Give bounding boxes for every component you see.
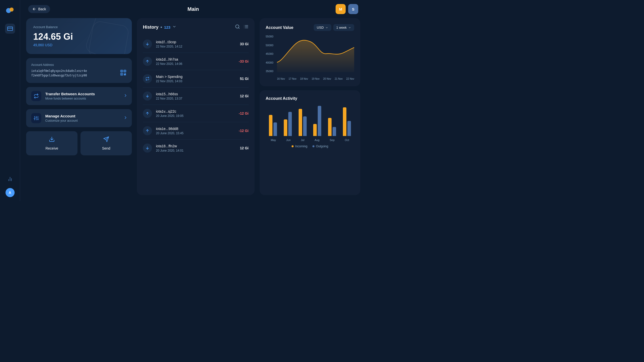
legend-incoming: Incoming bbox=[292, 145, 307, 148]
period-dropdown[interactable]: 1 week bbox=[333, 24, 354, 31]
history-item[interactable]: iota18...ffn2w 20 June 2020, 14:01 12 Gi bbox=[143, 140, 249, 157]
value-chart-area: 55000 50000 45000 40000 35000 bbox=[266, 35, 354, 80]
bar-incoming bbox=[313, 124, 317, 136]
svg-point-1 bbox=[10, 8, 14, 12]
tx-direction-icon bbox=[143, 74, 152, 83]
history-item[interactable]: iota1e...98dd8 20 June 2020, 15:45 -12 G… bbox=[143, 122, 249, 140]
tx-info: iota18...ffn2w 20 June 2020, 14:01 bbox=[156, 144, 240, 152]
y-axis-labels: 55000 50000 45000 40000 35000 bbox=[266, 35, 277, 73]
tx-info: iota1v...sj22c 20 June 2020, 19:05 bbox=[156, 109, 239, 118]
tx-amount: 51 Gi bbox=[240, 77, 249, 81]
bar-group bbox=[343, 107, 351, 136]
balance-label: Account Balance bbox=[33, 25, 125, 29]
chart-title: Account Value bbox=[266, 25, 293, 30]
qr-icon[interactable] bbox=[120, 69, 127, 77]
history-item[interactable]: Main > Spending 22 Nov 2020, 14:03 51 Gi bbox=[143, 70, 249, 87]
manage-account-button[interactable]: Manage Account Customize your account bbox=[26, 109, 132, 127]
topbar: Back Main M S bbox=[20, 0, 366, 18]
svg-rect-16 bbox=[124, 74, 126, 75]
tx-address: iota1e...98dd8 bbox=[156, 127, 239, 131]
tx-direction-icon bbox=[143, 92, 152, 101]
transfer-button[interactable]: Transfer Between Accounts Move funds bet… bbox=[26, 87, 132, 105]
bar-incoming bbox=[328, 118, 332, 136]
tx-date: 22 Nov 2020, 14:12 bbox=[156, 45, 240, 48]
tx-address: iota15...h66ss bbox=[156, 92, 240, 96]
send-button[interactable]: Send bbox=[80, 131, 132, 155]
x-axis-labels: 16 Nov 17 Nov 18 Nov 19 Nov 20 Nov 21 No… bbox=[277, 77, 354, 80]
transfer-icon-circle bbox=[31, 91, 41, 101]
tx-amount: 12 Gi bbox=[240, 94, 249, 98]
line-chart-svg bbox=[277, 35, 354, 72]
sidebar-bottom: A bbox=[5, 174, 15, 197]
legend-dot-outgoing bbox=[312, 145, 314, 147]
tx-date: 20 June 2020, 19:05 bbox=[156, 114, 239, 118]
transfer-icon bbox=[34, 94, 39, 99]
topbar-right: M S bbox=[336, 4, 358, 14]
bar-incoming bbox=[269, 115, 272, 136]
tx-direction-icon bbox=[143, 126, 152, 135]
tx-amount: -33 Gi bbox=[239, 59, 249, 63]
transfer-action-text: Transfer Between Accounts Move funds bet… bbox=[45, 92, 95, 100]
history-item[interactable]: iota1d...hh7sa 22 Nov 2020, 14:06 -33 Gi bbox=[143, 53, 249, 70]
activity-title: Account Activity bbox=[266, 96, 354, 101]
tx-amount: -12 Gi bbox=[239, 111, 249, 115]
svg-rect-15 bbox=[125, 73, 126, 74]
tx-info: iota1f...t3cop 22 Nov 2020, 14:12 bbox=[156, 40, 240, 48]
left-panel: Account Balance 124.65 Gi 49,860 USD Acc… bbox=[26, 18, 132, 195]
bar-outgoing bbox=[288, 112, 292, 136]
bar-labels: MayJunJulAugSepOct bbox=[266, 139, 354, 142]
receive-button[interactable]: Receive bbox=[26, 131, 77, 155]
history-item[interactable]: iota15...h66ss 22 Nov 2020, 13:37 12 Gi bbox=[143, 87, 249, 105]
svg-line-30 bbox=[238, 28, 239, 29]
back-button[interactable]: Back bbox=[28, 5, 50, 13]
tx-info: iota1e...98dd8 20 June 2020, 15:45 bbox=[156, 127, 239, 135]
tx-date: 22 Nov 2020, 14:06 bbox=[156, 62, 239, 66]
address-card: Account Address iota1q9f0mlq8yxpx2nck8a0… bbox=[26, 58, 132, 83]
user-avatar-s[interactable]: S bbox=[348, 4, 358, 14]
history-dropdown-icon[interactable] bbox=[172, 25, 176, 30]
address-text: iota1q9f0mlq8yxpx2nck8a0slxnzr4e f2ek8f5… bbox=[31, 69, 87, 78]
tx-date: 22 Nov 2020, 14:03 bbox=[156, 79, 240, 83]
svg-rect-13 bbox=[121, 74, 122, 75]
currency-dropdown[interactable]: USD bbox=[314, 24, 331, 31]
tx-address: iota1v...sj22c bbox=[156, 109, 239, 113]
tx-direction-icon bbox=[143, 57, 152, 66]
sidebar-item-wallet[interactable] bbox=[5, 24, 15, 34]
right-panel: Account Value USD 1 week bbox=[260, 18, 360, 195]
tx-direction-icon bbox=[143, 39, 152, 49]
sidebar-avatar[interactable]: A bbox=[6, 188, 15, 197]
tx-date: 20 June 2020, 14:01 bbox=[156, 149, 240, 152]
legend: Incoming Outgoing bbox=[266, 145, 354, 148]
bar-incoming bbox=[284, 119, 287, 136]
manage-icon-circle bbox=[31, 113, 41, 123]
history-search-button[interactable] bbox=[235, 24, 240, 30]
bar-outgoing bbox=[347, 121, 351, 136]
manage-action-text: Manage Account Customize your account bbox=[45, 114, 78, 122]
balance-usd: 49,860 USD bbox=[33, 43, 125, 47]
period-chevron-icon bbox=[348, 26, 351, 29]
tx-info: Main > Spending 22 Nov 2020, 14:03 bbox=[156, 75, 240, 83]
history-item[interactable]: iota1v...sj22c 20 June 2020, 19:05 -12 G… bbox=[143, 105, 249, 122]
bar-group bbox=[313, 106, 321, 136]
history-filter-button[interactable] bbox=[244, 24, 249, 30]
tx-date: 22 Nov 2020, 13:37 bbox=[156, 97, 240, 100]
account-activity-card: Account Activity MayJunJulAugSepOct Inco… bbox=[260, 90, 360, 195]
bar-outgoing bbox=[318, 106, 321, 136]
tx-date: 20 June 2020, 15:45 bbox=[156, 131, 239, 135]
sidebar-item-chart[interactable] bbox=[5, 174, 15, 184]
sidebar: A bbox=[0, 0, 20, 201]
user-avatar-m[interactable]: M bbox=[336, 4, 346, 14]
tx-direction-icon bbox=[143, 144, 152, 153]
svg-rect-11 bbox=[121, 71, 122, 72]
sliders-icon bbox=[34, 116, 39, 121]
svg-rect-12 bbox=[125, 71, 126, 72]
currency-chevron-icon bbox=[325, 26, 328, 29]
history-actions bbox=[235, 24, 249, 30]
bar-group bbox=[299, 109, 307, 136]
page-title: Main bbox=[187, 6, 199, 12]
history-list: iota1f...t3cop 22 Nov 2020, 14:12 33 Gi … bbox=[143, 35, 249, 157]
svg-rect-14 bbox=[124, 73, 124, 74]
content-grid: Account Balance 124.65 Gi 49,860 USD Acc… bbox=[20, 18, 366, 201]
history-item[interactable]: iota1f...t3cop 22 Nov 2020, 14:12 33 Gi bbox=[143, 35, 249, 53]
transfer-arrow-icon bbox=[123, 93, 128, 99]
